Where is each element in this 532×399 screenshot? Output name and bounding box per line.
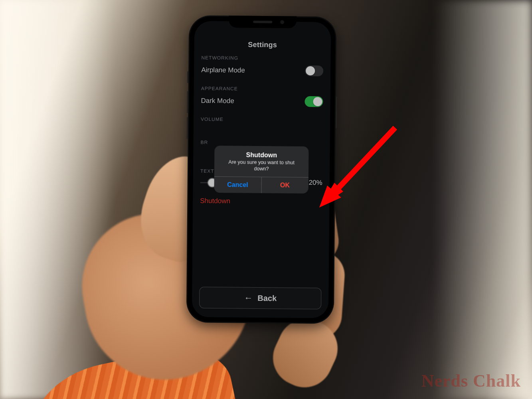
- shutdown-alert: Shutdown Are you sure you want to shut d…: [214, 146, 309, 194]
- alert-title: Shutdown: [221, 151, 302, 159]
- alert-cancel-button[interactable]: Cancel: [214, 177, 261, 193]
- background-curtain-right: [428, 0, 532, 399]
- alert-message: Are you sure you want to shut down?: [221, 159, 302, 172]
- alert-backdrop: Shutdown Are you sure you want to shut d…: [192, 21, 331, 318]
- phone-frame: Settings NETWORKING Airplane Mode APPEAR…: [186, 15, 337, 324]
- background-curtain-left: [0, 0, 128, 399]
- watermark: Nerds Chalk: [421, 371, 521, 391]
- phone-screen: Settings NETWORKING Airplane Mode APPEAR…: [192, 21, 331, 318]
- svg-line-0: [333, 128, 395, 194]
- alert-ok-button[interactable]: OK: [261, 177, 309, 194]
